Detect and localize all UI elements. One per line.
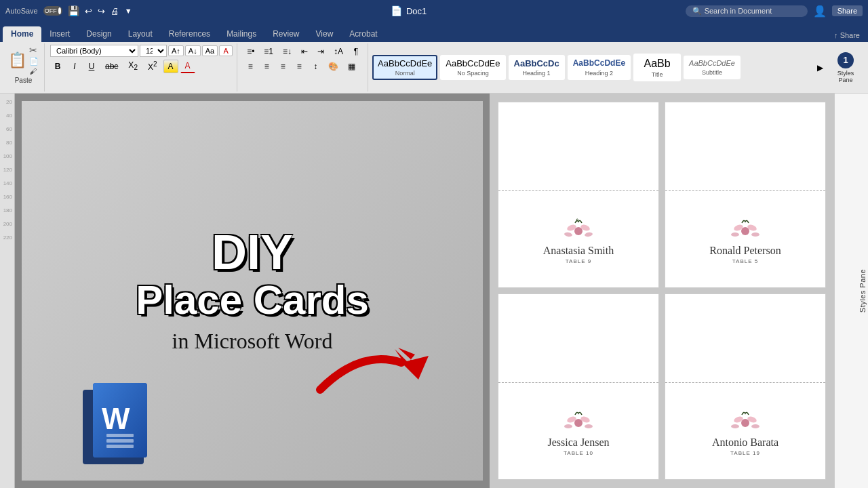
- align-left-button[interactable]: ≡: [243, 60, 258, 73]
- styles-section: AaBbCcDdEe Normal AaBbCcDdEe No Spacing …: [370, 43, 865, 92]
- svg-rect-6: [106, 434, 134, 437]
- change-case-button[interactable]: Aa: [202, 45, 218, 56]
- style-heading1-button[interactable]: AaBbCcDc Heading 1: [509, 55, 565, 81]
- tab-review[interactable]: Review: [264, 26, 307, 42]
- style-title-name: Title: [639, 71, 675, 78]
- bold-button[interactable]: B: [50, 60, 65, 73]
- font-family-select[interactable]: Calibri (Body): [50, 45, 138, 57]
- paste-button[interactable]: 📋: [8, 53, 26, 68]
- format-painter-button[interactable]: 🖌: [29, 67, 39, 75]
- bullets-button[interactable]: ≡•: [243, 45, 258, 58]
- cut-button[interactable]: ✂: [29, 45, 39, 56]
- more-icon[interactable]: ▼: [125, 7, 132, 15]
- borders-button[interactable]: ▦: [344, 60, 359, 73]
- tab-home[interactable]: Home: [3, 26, 41, 42]
- font-grow-button[interactable]: A↑: [168, 45, 184, 56]
- underline-button[interactable]: U: [84, 60, 99, 73]
- paste-section: 📋 ✂ 📄 🖌 Paste: [3, 43, 45, 92]
- shading-button[interactable]: 🎨: [324, 60, 342, 73]
- tab-mailings[interactable]: Mailings: [218, 26, 264, 42]
- sort-button[interactable]: ↕A: [330, 45, 347, 58]
- autosave-state: OFF: [45, 7, 57, 14]
- floral-icon-0: [558, 218, 599, 245]
- thumbnail-diy: DIY: [212, 228, 293, 277]
- decrease-indent-button[interactable]: ⇤: [297, 45, 312, 58]
- highlight-button[interactable]: A: [163, 60, 178, 73]
- style-heading2-name: Heading 2: [573, 70, 625, 77]
- superscript-button[interactable]: X2: [144, 58, 161, 74]
- style-heading2-button[interactable]: AaBbCcDdEe Heading 2: [568, 55, 631, 79]
- ribbon-tabs: Home Insert Design Layout References Mai…: [0, 22, 868, 42]
- title-bar: AutoSave OFF 💾 ↩ ↪ 🖨 ▼ 📄 Doc1 🔍 Search i…: [0, 0, 868, 22]
- styles-scroll-right-button[interactable]: ▶: [812, 61, 827, 75]
- svg-point-9: [574, 227, 583, 235]
- place-card-3-top: [665, 294, 825, 383]
- place-card-0: Anastasia Smith TABLE 9: [498, 102, 659, 288]
- multilevel-button[interactable]: ≡↓: [279, 45, 296, 58]
- subscript-button[interactable]: X2: [124, 58, 142, 73]
- main-area: 20 40 60 80 100 120 140 160 180 200 220 …: [0, 94, 868, 488]
- doc-thumbnail: DIY Place Cards in Microsoft Word: [15, 94, 490, 488]
- tab-design[interactable]: Design: [78, 26, 119, 42]
- word-file-icon: 📄: [391, 5, 402, 16]
- svg-point-19: [574, 419, 583, 427]
- clear-format-button[interactable]: A: [219, 45, 233, 56]
- place-card-2-top: [498, 294, 658, 383]
- search-icon: 🔍: [692, 7, 702, 16]
- place-card-0-table: TABLE 9: [566, 258, 591, 264]
- style-heading1-preview: AaBbCcDc: [514, 58, 559, 69]
- paragraph-section: ≡• ≡1 ≡↓ ⇤ ⇥ ↕A ¶ ≡ ≡ ≡ ≡ ↕ 🎨 ▦: [239, 43, 368, 92]
- ruler-mark-200: 200: [0, 221, 14, 235]
- styles-pane-button[interactable]: 1 StylesPane: [829, 51, 863, 85]
- place-card-1-top: [665, 102, 825, 191]
- line-spacing-button[interactable]: ↕: [308, 60, 323, 73]
- tab-insert[interactable]: Insert: [41, 26, 78, 42]
- thumbnail-content: DIY Place Cards in Microsoft Word: [22, 101, 483, 481]
- search-bar[interactable]: 🔍 Search in Document: [686, 5, 808, 17]
- increase-indent-button[interactable]: ⇥: [313, 45, 328, 58]
- para-row1: ≡• ≡1 ≡↓ ⇤ ⇥ ↕A ¶: [243, 45, 363, 58]
- ruler-mark-60: 60: [0, 126, 14, 140]
- copy-button[interactable]: 📄: [29, 57, 39, 66]
- place-card-3-bottom: Antonio Barata TABLE 19: [665, 383, 825, 479]
- tab-references[interactable]: References: [161, 26, 218, 42]
- print-icon[interactable]: 🖨: [111, 6, 119, 16]
- svg-point-23: [585, 424, 593, 428]
- style-no-spacing-button[interactable]: AaBbCcDdEe No Spacing: [440, 55, 505, 81]
- user-icon[interactable]: 👤: [813, 5, 827, 18]
- style-heading2-preview: AaBbCcDdEe: [573, 58, 625, 68]
- numbering-button[interactable]: ≡1: [260, 45, 277, 58]
- font-shrink-button[interactable]: A↓: [185, 45, 201, 56]
- strikethrough-button[interactable]: abc: [101, 60, 122, 73]
- style-normal-name: Normal: [378, 70, 432, 77]
- place-card-1-bottom: Ronald Peterson TABLE 5: [665, 191, 825, 287]
- style-no-spacing-preview: AaBbCcDdEe: [446, 58, 500, 69]
- redo-icon[interactable]: ↪: [98, 6, 105, 16]
- italic-button[interactable]: I: [67, 60, 82, 73]
- svg-point-18: [751, 232, 760, 237]
- ruler-mark-20: 20: [0, 99, 14, 113]
- tab-view[interactable]: View: [308, 26, 342, 42]
- styles-pane-panel: Styles Pane: [834, 94, 868, 488]
- justify-button[interactable]: ≡: [292, 60, 307, 73]
- tab-layout[interactable]: Layout: [120, 26, 161, 42]
- undo-icon[interactable]: ↩: [85, 6, 92, 16]
- save-icon[interactable]: 💾: [68, 5, 79, 16]
- show-formatting-button[interactable]: ¶: [349, 45, 363, 58]
- tab-acrobat[interactable]: Acrobat: [341, 26, 385, 42]
- style-title-button[interactable]: AaBb Title: [633, 54, 681, 81]
- font-size-select[interactable]: 12: [140, 45, 167, 57]
- style-subtitle-button[interactable]: AaBbCcDdEe Subtitle: [684, 56, 741, 79]
- align-center-button[interactable]: ≡: [259, 60, 274, 73]
- svg-rect-7: [106, 439, 134, 443]
- align-right-button[interactable]: ≡: [275, 60, 290, 73]
- place-card-3-name: Antonio Barata: [712, 436, 778, 449]
- share-ribbon-button[interactable]: ↑ Share: [829, 28, 865, 42]
- autosave-toggle[interactable]: OFF: [43, 6, 62, 16]
- share-button[interactable]: Share: [832, 5, 863, 16]
- style-normal-button[interactable]: AaBbCcDdEe Normal: [372, 55, 437, 81]
- place-card-1-table: TABLE 5: [732, 258, 758, 264]
- font-color-button[interactable]: A: [180, 59, 195, 73]
- place-card-0-bottom: Anastasia Smith TABLE 9: [498, 191, 658, 287]
- styles-pane-icon: 1: [837, 52, 854, 68]
